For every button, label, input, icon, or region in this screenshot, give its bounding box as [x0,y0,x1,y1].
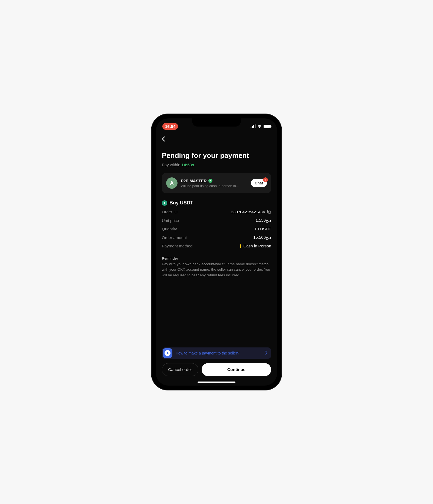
copy-icon[interactable] [267,210,271,214]
help-text: How to make a payment to the seller? [176,351,262,355]
seller-name-row: P2P MASTER [181,178,248,183]
payment-method-marker-icon [240,244,241,248]
back-button[interactable] [162,132,271,147]
buy-label: Buy USDT [169,200,193,206]
unit-price-label: Unit price [162,218,179,223]
order-id-row: Order ID 230704215421434 [162,210,271,214]
seller-info: P2P MASTER Will be paid using cash in pe… [181,178,248,188]
home-indicator[interactable] [198,382,235,383]
quantity-label: Quantity [162,227,177,231]
unit-price-row: Unit price 1,550‎د.ع [162,218,271,223]
status-icons [251,124,271,128]
chat-notification-badge: 3 [263,177,268,182]
chevron-right-icon [265,351,267,356]
chat-label: Chat [255,181,263,185]
chat-button[interactable]: Chat 3 [251,179,267,187]
seller-name: P2P MASTER [181,178,207,183]
quantity-value: 10 USDT [254,227,271,231]
payment-method-row: Payment method Cash in Person [162,244,271,248]
battery-icon [264,125,271,128]
svg-rect-0 [268,211,271,213]
payment-timer: 14:53s [182,163,194,167]
phone-frame: 16:54 Pending for your payment [152,114,281,390]
pay-within-row: Pay within 14:53s [162,163,271,167]
order-id-label: Order ID [162,210,178,214]
button-row: Cancel order Continue [162,363,271,376]
payment-method-label: Payment method [162,244,192,248]
seller-card[interactable]: A P2P MASTER Will be paid using cash in … [162,173,271,193]
status-time-badge: 16:54 [162,123,178,130]
wifi-icon [257,124,262,128]
play-button-icon [163,348,172,358]
usdt-token-icon: T [162,200,167,206]
continue-button[interactable]: Continue [202,363,271,376]
seller-avatar: A [166,177,178,189]
verified-badge-icon [208,179,212,183]
phone-screen: 16:54 Pending for your payment [156,118,277,386]
order-amount-value: 15,500‎د.ع [253,235,271,240]
cancel-order-button[interactable]: Cancel order [162,363,198,376]
cellular-signal-icon [251,124,255,128]
pay-within-label: Pay within [162,163,180,167]
reminder-section: Reminder Pay with your own bank account/… [162,256,271,278]
order-amount-row: Order amount 15,500‎د.ع [162,235,271,240]
chevron-left-icon [162,136,165,142]
content: Pending for your payment Pay within 14:5… [156,132,277,386]
page-title: Pending for your payment [162,151,271,160]
unit-price-value: 1,550‎د.ع [255,218,271,223]
order-amount-label: Order amount [162,235,187,240]
seller-description: Will be paid using cash in person in… [181,184,248,188]
help-banner[interactable]: How to make a payment to the seller? [162,347,271,359]
reminder-text: Pay with your own bank account/wallet. I… [162,261,271,278]
notch [192,118,241,127]
order-id-value: 230704215421434 [231,210,265,214]
buy-token-row: T Buy USDT [162,200,271,206]
reminder-title: Reminder [162,256,271,260]
payment-method-value: Cash in Person [243,244,271,248]
quantity-row: Quantity 10 USDT [162,227,271,231]
